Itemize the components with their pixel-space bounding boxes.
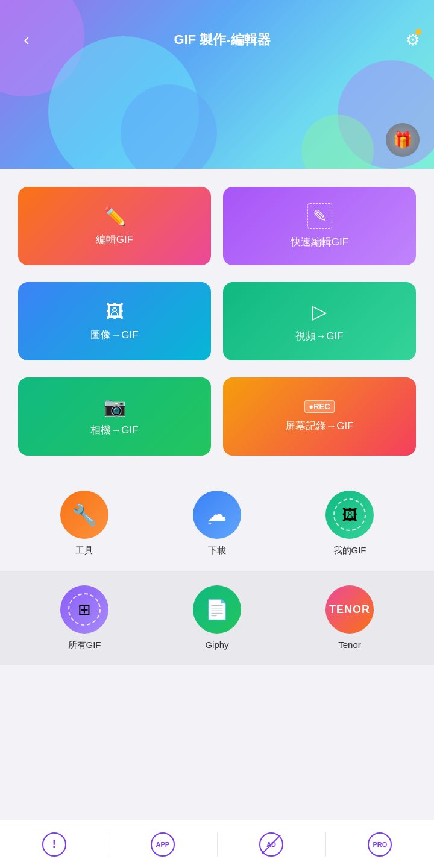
all-gif-label: 所有GIF (68, 640, 101, 651)
exclamation-icon: ! (52, 838, 56, 851)
pencil-dashed-icon: ✎ (307, 203, 332, 229)
image-frame-icon: 🖼 (342, 506, 357, 524)
pencil-icon: ✏️ (104, 206, 126, 227)
play-icon: ▷ (312, 300, 327, 323)
circles-row-2: ⊞ 所有GIF 📄 Giphy TENOR Tenor (0, 571, 434, 665)
download-circle: ☁↓ (193, 491, 241, 539)
main-content: ✏️ 編輯GIF ✎ 快速編輯GIF 🖼 圖像→GIF ▷ 視頻→GIF 📷 (0, 169, 434, 726)
cards-row-1: ✏️ 編輯GIF ✎ 快速編輯GIF (18, 187, 416, 265)
bubble-5 (121, 84, 217, 169)
image-to-gif-label: 圖像→GIF (90, 328, 138, 342)
ad-badge[interactable]: 🎁 (386, 123, 420, 157)
feature-cards-section: ✏️ 編輯GIF ✎ 快速編輯GIF 🖼 圖像→GIF ▷ 視頻→GIF 📷 (0, 169, 434, 456)
all-gif-circle: ⊞ (60, 585, 108, 634)
cloud-download-icon: ☁↓ (207, 503, 227, 527)
pro-text-icon: PRO (373, 841, 387, 848)
tools-label: 工具 (75, 545, 93, 556)
quick-edit-gif-label: 快速編輯GIF (291, 235, 348, 249)
tools-item[interactable]: 🔧 工具 (18, 491, 151, 556)
image-icon: 🖼 (105, 301, 124, 322)
camera-to-gif-label: 相機→GIF (90, 423, 138, 437)
my-gif-item[interactable]: 🖼 我的GIF (283, 491, 416, 556)
video-to-gif-label: 視頻→GIF (295, 329, 343, 343)
tenor-item[interactable]: TENOR Tenor (283, 585, 416, 651)
ad-text-icon: AD (266, 841, 276, 848)
back-button[interactable]: ‹ (14, 30, 39, 49)
edit-gif-label: 編輯GIF (96, 233, 133, 247)
download-item[interactable]: ☁↓ 下載 (151, 491, 283, 556)
pro-icon: PRO (368, 832, 392, 857)
screen-to-gif-card[interactable]: ●REC 屏幕記錄→GIF (223, 377, 416, 456)
download-label: 下載 (208, 545, 226, 556)
header-content: ‹ GIF 製作-編輯器 ⚙ (14, 30, 420, 49)
wrench-icon: 🔧 (72, 503, 97, 527)
screen-to-gif-label: 屏幕記錄→GIF (285, 419, 353, 433)
cards-row-3: 📷 相機→GIF ●REC 屏幕記錄→GIF (18, 377, 416, 456)
tenor-text-icon: TENOR (329, 603, 370, 616)
tenor-circle: TENOR (326, 585, 374, 634)
tenor-label: Tenor (338, 640, 361, 650)
rec-icon: ●REC (304, 400, 334, 413)
circles-row-1: 🔧 工具 ☁↓ 下載 🖼 我的GIF (18, 491, 416, 556)
camera-icon: 📷 (104, 396, 126, 417)
tab-alert[interactable]: ! (0, 832, 108, 857)
app-icon: APP (151, 832, 175, 857)
app-text-icon: APP (156, 841, 170, 848)
alert-icon: ! (42, 832, 66, 857)
my-gif-frame-icon: 🖼 (333, 498, 366, 531)
video-to-gif-card[interactable]: ▷ 視頻→GIF (223, 282, 416, 360)
gift-icon: 🎁 (393, 131, 412, 149)
giphy-label: Giphy (205, 640, 228, 650)
page-title: GIF 製作-編輯器 (174, 31, 270, 49)
tools-circle: 🔧 (60, 491, 108, 539)
circles-section: 🔧 工具 ☁↓ 下載 🖼 我的GIF (0, 473, 434, 678)
cards-row-2: 🖼 圖像→GIF ▷ 視頻→GIF (18, 282, 416, 360)
settings-notification-dot (415, 29, 421, 35)
all-gif-frame-icon: ⊞ (68, 593, 101, 626)
my-gif-label: 我的GIF (333, 545, 366, 556)
my-gif-circle: 🖼 (326, 491, 374, 539)
image-to-gif-card[interactable]: 🖼 圖像→GIF (18, 282, 211, 360)
header-background (0, 0, 434, 169)
quick-edit-gif-card[interactable]: ✎ 快速編輯GIF (223, 187, 416, 265)
tab-pro[interactable]: PRO (326, 832, 434, 857)
ad-icon: AD (259, 832, 283, 857)
header: ‹ GIF 製作-編輯器 ⚙ 🎁 (0, 0, 434, 169)
giphy-item[interactable]: 📄 Giphy (151, 585, 283, 651)
tab-ad[interactable]: AD (218, 832, 326, 857)
document-icon: 📄 (205, 598, 229, 621)
tab-app[interactable]: APP (108, 832, 216, 857)
tab-bar: ! APP AD PRO (0, 820, 434, 868)
grid-icon: ⊞ (78, 600, 91, 619)
giphy-circle: 📄 (193, 585, 241, 634)
camera-to-gif-card[interactable]: 📷 相機→GIF (18, 377, 211, 456)
edit-gif-card[interactable]: ✏️ 編輯GIF (18, 187, 211, 265)
settings-button[interactable]: ⚙ (406, 31, 420, 49)
all-gif-item[interactable]: ⊞ 所有GIF (18, 585, 151, 651)
